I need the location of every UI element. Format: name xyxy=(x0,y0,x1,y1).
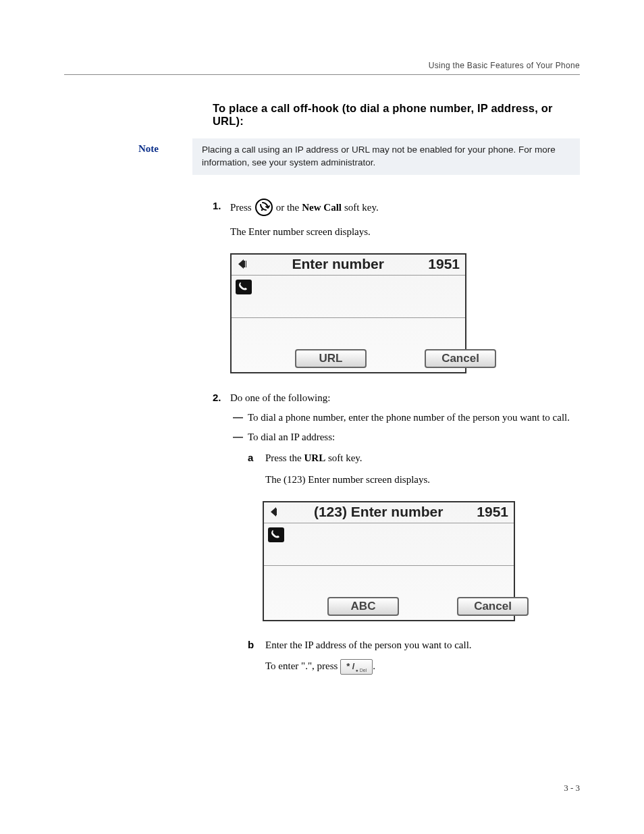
substep-a-press: Press the xyxy=(265,452,302,463)
dash-bullet: — xyxy=(233,410,248,425)
svg-rect-2 xyxy=(244,261,245,267)
dial-key-icon xyxy=(254,198,273,217)
softkey-abc: ABC xyxy=(327,597,399,616)
step-2: 2. Do one of the following: — To dial a … xyxy=(213,390,580,497)
svg-point-0 xyxy=(256,199,272,215)
step2-option-ip: To dial an IP address: xyxy=(248,429,335,445)
step-number: 1. xyxy=(213,198,230,214)
step2-intro: Do one of the following: xyxy=(230,392,330,403)
substep-a-url: URL xyxy=(304,452,326,463)
svg-point-1 xyxy=(261,209,262,211)
substep-b: b Enter the IP address of the person you… xyxy=(248,637,580,682)
substep-b-enter: To enter ".", press xyxy=(265,660,338,671)
softkey-cancel: Cancel xyxy=(457,597,529,616)
softkey-url: URL xyxy=(295,349,367,368)
back-arrow-icon xyxy=(236,257,248,271)
screen-extension: 1951 xyxy=(477,504,510,520)
step2-option-phone: To dial a phone number, enter the phone … xyxy=(248,410,570,425)
step1-orthe: or the xyxy=(276,199,300,215)
step-number: 2. xyxy=(213,390,230,406)
note-text: Placing a call using an IP address or UR… xyxy=(192,138,580,175)
step1-desc: The Enter number screen displays. xyxy=(230,224,580,240)
running-header: Using the Basic Features of Your Phone xyxy=(64,61,580,70)
star-key-icon: * /● Del xyxy=(340,659,373,675)
note-block: Note Placing a call using an IP address … xyxy=(138,138,580,175)
substep-a-softkey: soft key. xyxy=(328,452,363,463)
substep-a-desc: The (123) Enter number screen displays. xyxy=(265,472,430,488)
handset-icon xyxy=(268,527,284,542)
back-arrow-icon xyxy=(268,505,280,519)
substep-b-line1: Enter the IP address of the person you w… xyxy=(265,640,472,650)
substep-letter: a xyxy=(248,450,265,466)
step1-press: Press xyxy=(230,199,252,215)
handset-icon xyxy=(236,280,252,294)
page-number: 3 - 3 xyxy=(564,783,580,793)
header-rule xyxy=(64,74,580,75)
phone-screen-figure-1: Enter number 1951 URL Cancel xyxy=(230,253,466,373)
step1-newcall: New Call xyxy=(302,199,342,215)
note-label: Note xyxy=(138,138,192,155)
substep-b-period: . xyxy=(373,660,375,671)
dash-bullet: — xyxy=(233,429,248,445)
step-1: 1. Press or the New Call soft key. xyxy=(213,198,580,249)
svg-rect-4 xyxy=(276,509,277,515)
svg-rect-3 xyxy=(246,261,246,267)
screen-extension: 1951 xyxy=(428,256,461,272)
substep-letter: b xyxy=(248,637,265,653)
substep-a: a Press the URL soft key. The (123) Ente… xyxy=(248,450,580,494)
screen-title: Enter number xyxy=(248,256,428,272)
softkey-cancel: Cancel xyxy=(425,349,496,368)
step1-softkey: soft key. xyxy=(344,199,379,215)
phone-screen-figure-2: (123) Enter number 1951 ABC Cancel xyxy=(263,501,515,621)
section-heading: To place a call off-hook (to dial a phon… xyxy=(213,102,580,128)
screen-title: (123) Enter number xyxy=(280,504,477,520)
